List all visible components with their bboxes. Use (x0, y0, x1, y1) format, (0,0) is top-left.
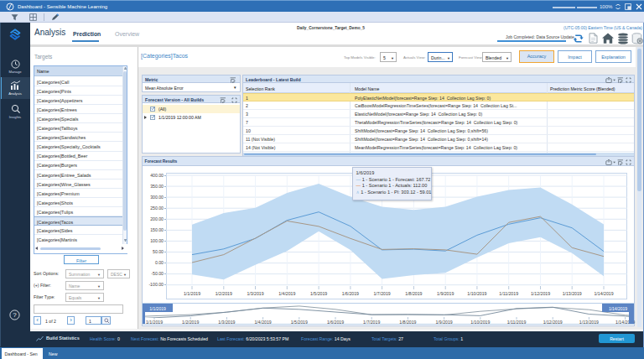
svg-text:?: ? (13, 311, 17, 319)
